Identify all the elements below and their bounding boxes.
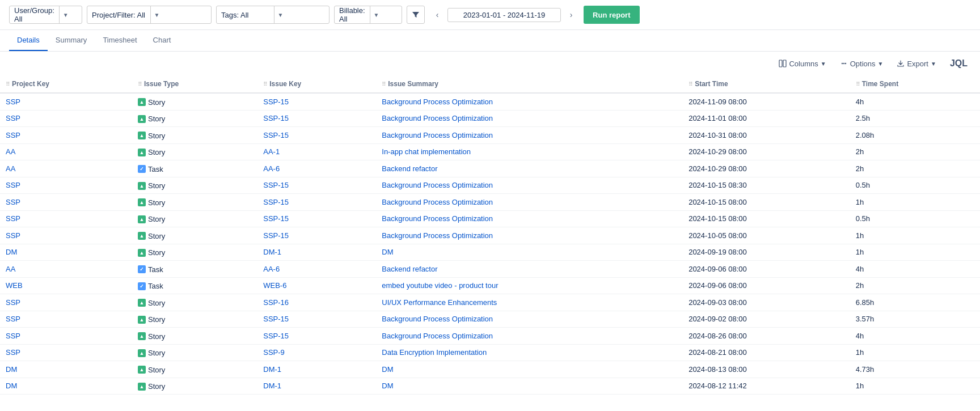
issue-summary-link[interactable]: DM: [382, 248, 393, 256]
table-row: SSP ▲ Story SSP-15 Background Process Op…: [0, 194, 980, 211]
issue-summary-link[interactable]: Background Process Optimization: [382, 98, 493, 106]
cell-time-spent: 2.08h: [850, 127, 980, 144]
project-key-link[interactable]: WEB: [6, 281, 23, 290]
tab-details[interactable]: Details: [9, 30, 48, 51]
project-key-link[interactable]: AA: [6, 265, 15, 273]
issue-type-badge: ▲ Story: [138, 332, 165, 341]
issue-key-link[interactable]: SSP-16: [263, 298, 289, 307]
project-key-link[interactable]: SSP: [6, 98, 20, 106]
time-spent-value: 2h: [856, 164, 864, 173]
export-button[interactable]: Export ▼: [893, 57, 939, 70]
run-report-button[interactable]: Run report: [584, 6, 639, 24]
prev-date-button[interactable]: ‹: [429, 7, 445, 23]
issue-key-link[interactable]: SSP-15: [263, 114, 289, 122]
issue-summary-link[interactable]: Background Process Optimization: [382, 214, 493, 223]
tab-chart[interactable]: Chart: [145, 30, 179, 51]
col-header-issue-key[interactable]: ⠿ Issue Key: [257, 75, 376, 93]
issue-summary-link[interactable]: Background Process Optimization: [382, 332, 493, 340]
start-time-value: 2024-09-06 08:00: [688, 281, 747, 290]
cell-time-spent: 0.5h: [850, 177, 980, 194]
project-key-link[interactable]: SSP: [6, 298, 20, 307]
issue-summary-link[interactable]: Data Encryption Implementation: [382, 348, 487, 357]
project-key-link[interactable]: SSP: [6, 231, 20, 240]
next-date-button[interactable]: ›: [563, 7, 579, 23]
issue-key-link[interactable]: SSP-15: [263, 181, 289, 189]
time-spent-value: 1h: [856, 348, 864, 357]
jql-button[interactable]: JQL: [947, 56, 971, 71]
issue-key-link[interactable]: DM-1: [263, 248, 281, 256]
project-key-link[interactable]: SSP: [6, 181, 20, 189]
issue-summary-link[interactable]: Backend refactor: [382, 265, 437, 273]
issue-summary-link[interactable]: Backend refactor: [382, 164, 437, 173]
col-header-issue-summary[interactable]: ⠿ Issue Summary: [376, 75, 683, 93]
cell-issue-key: AA-1: [257, 143, 376, 160]
project-key-link[interactable]: SSP: [6, 348, 20, 357]
col-header-project-key[interactable]: ⠿ Project Key: [0, 75, 132, 93]
options-button[interactable]: Options ▼: [837, 57, 887, 70]
project-key-link[interactable]: DM: [6, 248, 17, 256]
project-key-link[interactable]: SSP: [6, 214, 20, 223]
project-key-link[interactable]: AA: [6, 164, 15, 173]
project-filter[interactable]: Project/Filter: All ▼: [87, 6, 212, 24]
tags-filter[interactable]: Tags: All ▼: [216, 6, 330, 24]
cell-issue-summary: Background Process Optimization: [376, 127, 683, 144]
issue-summary-link[interactable]: UI/UX Performance Enhancements: [382, 298, 497, 307]
issue-key-link[interactable]: SSP-15: [263, 214, 289, 223]
filter-icon-button[interactable]: [407, 6, 425, 24]
issue-summary-link[interactable]: Background Process Optimization: [382, 198, 493, 206]
time-spent-value: 0.5h: [856, 214, 870, 223]
issue-summary-link[interactable]: Background Process Optimization: [382, 231, 493, 240]
cell-start-time: 2024-11-01 08:00: [683, 110, 850, 127]
project-key-link[interactable]: DM: [6, 365, 17, 374]
cell-start-time: 2024-10-31 08:00: [683, 127, 850, 144]
project-key-link[interactable]: SSP: [6, 131, 20, 139]
issue-key-link[interactable]: AA-6: [263, 164, 280, 173]
cell-time-spent: 3.57h: [850, 311, 980, 328]
project-key-link[interactable]: SSP: [6, 315, 20, 323]
issue-key-link[interactable]: SSP-15: [263, 315, 289, 323]
drag-handle-issue-type: ⠿: [138, 81, 142, 87]
col-header-start-time[interactable]: ⠿ Start Time: [683, 75, 850, 93]
issue-summary-link[interactable]: Background Process Optimization: [382, 181, 493, 189]
user-group-filter[interactable]: User/Group: All ▼: [9, 6, 82, 24]
issue-key-link[interactable]: AA-1: [263, 147, 280, 156]
project-key-link[interactable]: SSP: [6, 198, 20, 206]
tab-timesheet[interactable]: Timesheet: [95, 30, 145, 51]
time-spent-value: 1h: [856, 382, 864, 390]
issue-summary-link[interactable]: DM: [382, 382, 393, 390]
issue-type-badge: ▲ Story: [138, 198, 165, 207]
issue-type-label: Task: [148, 265, 163, 274]
issue-key-link[interactable]: AA-6: [263, 265, 280, 273]
project-key-link[interactable]: DM: [6, 382, 17, 390]
issue-key-link[interactable]: DM-1: [263, 382, 281, 390]
project-key-link[interactable]: AA: [6, 147, 15, 156]
billable-filter[interactable]: Billable: All ▼: [334, 6, 402, 24]
issue-summary-link[interactable]: Background Process Optimization: [382, 315, 493, 323]
issue-summary-link[interactable]: Background Process Optimization: [382, 131, 493, 139]
col-header-time-spent[interactable]: ⠿ Time Spent: [850, 75, 980, 93]
issue-type-label: Story: [148, 299, 165, 307]
issue-key-link[interactable]: SSP-15: [263, 98, 289, 106]
task-icon: ✓: [138, 265, 146, 273]
issue-key-link[interactable]: SSP-15: [263, 131, 289, 139]
issue-summary-link[interactable]: In-app chat implementation: [382, 147, 471, 156]
table-header-row: ⠿ Project Key ⠿ Issue Type ⠿ Issue Key: [0, 75, 980, 93]
columns-button[interactable]: Columns ▼: [775, 57, 829, 70]
issue-key-link[interactable]: SSP-9: [263, 348, 285, 357]
issue-summary-link[interactable]: DM: [382, 365, 393, 374]
cell-issue-key: SSP-9: [257, 344, 376, 361]
tab-summary[interactable]: Summary: [48, 30, 95, 51]
project-key-link[interactable]: SSP: [6, 114, 20, 122]
project-key-link[interactable]: SSP: [6, 332, 20, 340]
col-header-issue-type[interactable]: ⠿ Issue Type: [132, 75, 257, 93]
cell-issue-type: ▲ Story: [132, 93, 257, 110]
issue-key-link[interactable]: WEB-6: [263, 281, 286, 290]
start-time-value: 2024-08-21 08:00: [688, 348, 747, 357]
issue-key-link[interactable]: DM-1: [263, 365, 281, 374]
issue-key-link[interactable]: SSP-15: [263, 231, 289, 240]
issue-key-link[interactable]: SSP-15: [263, 332, 289, 340]
issue-summary-link[interactable]: Background Process Optimization: [382, 114, 493, 122]
cell-issue-type: ▲ Story: [132, 328, 257, 345]
issue-key-link[interactable]: SSP-15: [263, 198, 289, 206]
issue-summary-link[interactable]: embed youtube video - product tour: [382, 281, 498, 290]
